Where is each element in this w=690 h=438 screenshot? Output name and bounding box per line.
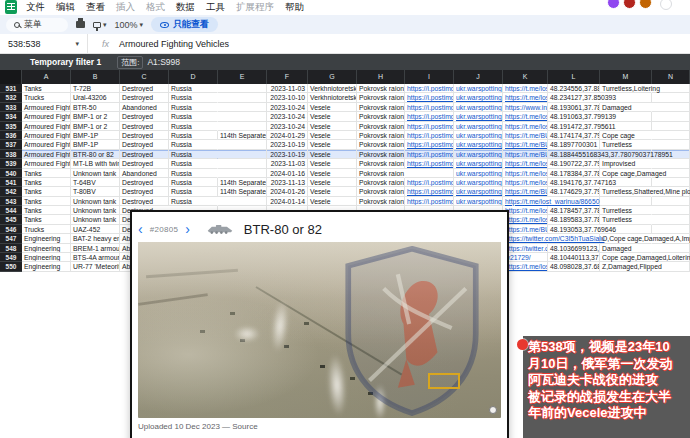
cell[interactable]: Russia	[169, 84, 218, 93]
cell[interactable]	[652, 93, 690, 102]
cell[interactable]	[652, 225, 690, 234]
cell[interactable]	[652, 103, 690, 112]
cell[interactable]: T-80BV	[71, 187, 120, 196]
cell[interactable]: 2024-01-26	[267, 187, 308, 196]
cell[interactable]: ukr.warspotting.ru	[454, 93, 503, 102]
cell[interactable]: Destroyed	[120, 93, 169, 102]
cell[interactable]: 114th Separate I	[218, 131, 267, 140]
cell[interactable]: https://i.postimg	[405, 131, 454, 140]
cell[interactable]: Pokrovsk raion	[357, 169, 405, 178]
cell[interactable]	[218, 140, 267, 149]
cell[interactable]: 2024-01-29	[267, 131, 308, 140]
cell[interactable]: ukr.warspotting.ru	[454, 140, 503, 149]
cell[interactable]: https://i.postimg	[405, 159, 454, 168]
cell[interactable]: Vesele	[308, 187, 357, 196]
row-number[interactable]: 531	[0, 84, 22, 93]
cell[interactable]: Engineering	[22, 244, 71, 253]
cell[interactable]: Pokrovsk raion	[357, 178, 405, 187]
cell[interactable]: Turretless,Loitering	[600, 84, 652, 93]
formula-value[interactable]: Armoured Fighting Vehicles	[119, 39, 229, 49]
cell[interactable]: 48.098028,37.68	[548, 262, 600, 271]
cell[interactable]: MT-LB with twin Zu-23-2	[71, 159, 120, 168]
cell[interactable]: https://twitter.com	[503, 244, 548, 253]
cell[interactable]: Destroyed	[120, 122, 169, 131]
cell[interactable]: https://i.postimg	[405, 112, 454, 121]
cell[interactable]: https://i.postimg	[405, 122, 454, 131]
collaborator-avatar[interactable]	[607, 0, 620, 9]
cell[interactable]: Turretless	[600, 140, 652, 149]
cell[interactable]: Destroyed	[120, 159, 169, 168]
row-number[interactable]: 534	[0, 112, 22, 121]
cell[interactable]: https://i.postimg	[405, 150, 454, 159]
cell[interactable]: Verkhniotoretske	[308, 84, 357, 93]
cell[interactable]: Vesele	[308, 150, 357, 159]
menu-item-data[interactable]: 数据	[176, 1, 195, 14]
cell[interactable]: Russia	[169, 169, 218, 178]
cell[interactable]: https://i.postimg	[405, 178, 454, 187]
cell[interactable]: 48.174629,37.79	[548, 187, 600, 196]
cell[interactable]: 114th Separate I	[218, 178, 267, 187]
cell[interactable]: Pokrovsk raion	[357, 112, 405, 121]
cell[interactable]: Pokrovsk raion	[357, 197, 405, 206]
photo-caption[interactable]: Uploaded 10 Dec 2023 — Source	[138, 422, 501, 431]
cell[interactable]: Vesele	[308, 131, 357, 140]
column-header[interactable]: I	[405, 70, 454, 84]
column-header[interactable]: G	[308, 70, 357, 84]
cell[interactable]: Destroyed	[120, 131, 169, 140]
cell[interactable]: 48.10440113,37.	[548, 253, 600, 262]
cell[interactable]: Russia	[169, 150, 218, 159]
cell[interactable]: 48.234556,37.88	[548, 84, 600, 93]
cell[interactable]: Russia	[169, 131, 218, 140]
cell[interactable]	[405, 169, 454, 178]
cell[interactable]: BAT-2 heavy engi	[71, 234, 120, 243]
cell[interactable]: BMP-1 or 2	[71, 122, 120, 131]
cell[interactable]: https://i.postimg	[405, 140, 454, 149]
cell[interactable]: UAZ-452	[71, 225, 120, 234]
row-number[interactable]: 533	[0, 103, 22, 112]
cell[interactable]: Pokrovsk raion	[357, 122, 405, 131]
cell[interactable]: Ural-43206	[71, 93, 120, 102]
cell[interactable]: Pokrovsk raion	[357, 140, 405, 149]
cell[interactable]: 2023-10-19	[267, 140, 308, 149]
cell[interactable]: https://t.me/lost_	[503, 178, 548, 187]
cell[interactable]: https://t.me/lost_	[503, 93, 548, 102]
cell[interactable]: https://t.me/lost_	[503, 215, 548, 224]
cell[interactable]: Cope cage,Damaged	[600, 169, 652, 178]
cell[interactable]: Pokrovsk raion	[357, 103, 405, 112]
cell[interactable]: BTR-50	[71, 103, 120, 112]
cell[interactable]: Destroyed	[120, 197, 169, 206]
cell[interactable]: Russia	[169, 197, 218, 206]
row-number[interactable]: 542	[0, 187, 22, 196]
photo-corner-button[interactable]	[489, 406, 497, 414]
select-all-corner[interactable]	[0, 70, 22, 84]
cell[interactable]: T-72B	[71, 84, 120, 93]
cell[interactable]: Vesele	[308, 169, 357, 178]
cell[interactable]: Engineering	[22, 262, 71, 271]
cell[interactable]: ukr.warspotting.ru	[454, 159, 503, 168]
cell[interactable]: Vesele	[308, 178, 357, 187]
cell[interactable]: Armoured Fighting Vehicles	[22, 122, 71, 131]
cell[interactable]: https://t.me/BUA	[503, 140, 548, 149]
cell[interactable]: BMP-1P	[71, 140, 120, 149]
column-header[interactable]: A	[22, 70, 71, 84]
menu-item-file[interactable]: 文件	[26, 1, 45, 14]
row-number[interactable]: 541	[0, 178, 22, 187]
menu-item-tools[interactable]: 工具	[206, 1, 225, 14]
cell[interactable]: https://i.postimg	[405, 93, 454, 102]
cell[interactable]: BTS-4A armoured	[71, 253, 120, 262]
cell[interactable]: Improvised	[600, 159, 652, 168]
cell[interactable]	[218, 112, 267, 121]
cell[interactable]: https://t.me/BUA	[503, 187, 548, 196]
cell[interactable]	[218, 84, 267, 93]
row-number[interactable]: 535	[0, 122, 22, 131]
loss-photo[interactable]	[138, 242, 501, 418]
cell[interactable]: Turretless,Shattered,Mine plough	[600, 187, 652, 196]
cell[interactable]: Vesele	[308, 159, 357, 168]
cell[interactable]: Pokrovsk raion	[357, 84, 405, 93]
cell[interactable]	[218, 122, 267, 131]
cell[interactable]	[652, 244, 690, 253]
cell[interactable]: Armoured Fighting Vehicles	[22, 103, 71, 112]
cell[interactable]: 48.178384,37.78	[548, 169, 600, 178]
cell[interactable]: https://t.me/BUA	[503, 131, 548, 140]
cell[interactable]	[218, 103, 267, 112]
